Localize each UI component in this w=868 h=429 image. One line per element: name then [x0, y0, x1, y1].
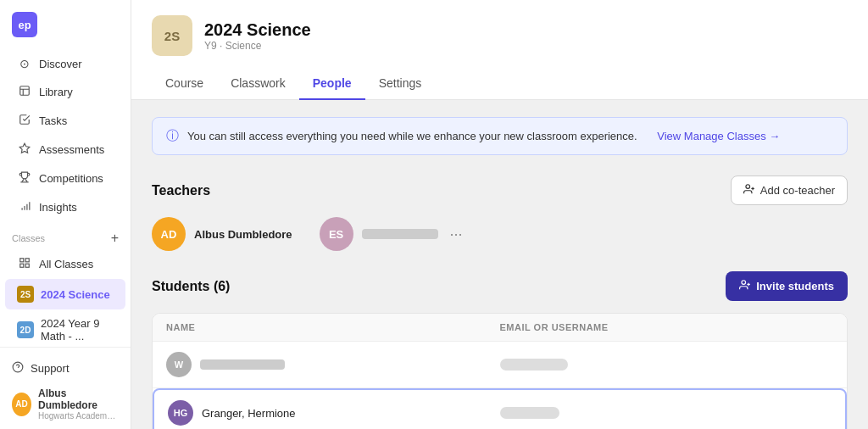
students-section-header: Students (6) Invite students	[152, 271, 848, 301]
teacher-name-blurred	[362, 229, 438, 239]
page-body: ⓘ You can still access everything you ne…	[131, 100, 868, 429]
sidebar-item-discover[interactable]: ⊙ Discover	[5, 50, 125, 77]
add-co-teacher-button[interactable]: Add co-teacher	[731, 176, 848, 205]
sidebar-navigation: ⊙ Discover Library Tasks Assessments C	[0, 46, 131, 347]
sidebar-item-label: Library	[39, 86, 73, 98]
main-content: 2S 2024 Science Y9 · Science Course Clas…	[131, 0, 868, 429]
support-label: Support	[31, 362, 70, 375]
class-title-group: 2024 Science Y9 · Science	[204, 20, 311, 52]
teacher-card-es: ES ···	[320, 217, 466, 251]
table-row: HG Granger, Hermione	[153, 388, 847, 429]
teachers-section: Teachers Add co-teacher AD Albus Dumbled…	[152, 176, 848, 251]
tab-settings[interactable]: Settings	[365, 68, 436, 100]
student-email-blurred	[500, 359, 568, 370]
sidebar-item-label: 2024 Year 9 Math - ...	[41, 317, 114, 343]
add-co-teacher-label: Add co-teacher	[760, 184, 835, 197]
table-row: W	[153, 342, 847, 388]
teacher-avatar-es: ES	[320, 217, 353, 251]
table-header: NAME EMAIL OR USERNAME	[153, 314, 847, 342]
col-name-header: NAME	[166, 322, 500, 332]
support-icon	[12, 361, 24, 376]
student-name-blurred	[200, 359, 285, 370]
user-info: Albus Dumbledore Hogwarts Academy, Qu...	[38, 387, 119, 421]
all-classes-icon	[17, 257, 32, 271]
teacher-name-ad: Albus Dumbledore	[194, 228, 292, 241]
library-icon	[17, 85, 32, 99]
teachers-section-title: Teachers	[152, 183, 210, 198]
sidebar-item-2024-science[interactable]: 2S 2024 Science	[5, 279, 125, 309]
svg-point-8	[746, 185, 750, 189]
student-name: Granger, Hermione	[202, 407, 296, 420]
user-school: Hogwarts Academy, Qu...	[38, 411, 119, 421]
tab-people[interactable]: People	[299, 68, 365, 100]
sidebar: ep ⊙ Discover Library Tasks Assessments	[0, 0, 131, 429]
sidebar-item-label: Assessments	[39, 143, 104, 156]
teacher-card-ad: AD Albus Dumbledore	[152, 217, 292, 251]
tab-course[interactable]: Course	[152, 68, 217, 100]
student-avatar-hg: HG	[168, 400, 193, 426]
class-header-top: 2S 2024 Science Y9 · Science	[152, 15, 848, 56]
svg-rect-3	[25, 259, 29, 262]
svg-point-11	[742, 281, 746, 285]
classes-section-header: Classes +	[0, 222, 131, 249]
svg-rect-0	[20, 86, 30, 96]
class-header: 2S 2024 Science Y9 · Science Course Clas…	[131, 0, 868, 100]
student-name-cell: W	[166, 352, 500, 377]
svg-rect-5	[25, 264, 29, 267]
sidebar-item-label: Discover	[39, 58, 82, 70]
class-tabs: Course Classwork People Settings	[152, 68, 848, 99]
class-icon: 2S	[152, 15, 192, 56]
class-color-indicator: 2D	[17, 321, 34, 338]
app-logo: ep	[12, 12, 37, 37]
teachers-row: AD Albus Dumbledore ES ···	[152, 217, 848, 251]
class-color-indicator: 2S	[17, 286, 34, 303]
sidebar-item-library[interactable]: Library	[5, 78, 125, 106]
add-teacher-icon	[743, 183, 755, 198]
sidebar-item-label: Competitions	[39, 172, 103, 185]
svg-marker-1	[19, 143, 30, 153]
competitions-icon	[17, 171, 32, 186]
sidebar-footer: Support AD Albus Dumbledore Hogwarts Aca…	[0, 347, 131, 429]
support-link[interactable]: Support	[12, 356, 119, 381]
student-avatar: W	[166, 352, 192, 377]
app-logo-area: ep	[0, 0, 131, 46]
discover-icon: ⊙	[17, 57, 32, 70]
sidebar-item-competitions[interactable]: Competitions	[5, 164, 125, 192]
sidebar-item-insights[interactable]: Insights	[5, 193, 125, 221]
info-icon: ⓘ	[166, 128, 179, 144]
sidebar-item-2024-year9-math[interactable]: 2D 2024 Year 9 Math - ...	[5, 310, 125, 347]
assessments-icon	[17, 142, 32, 157]
teacher-avatar-ad: AD	[152, 217, 186, 251]
sidebar-item-label: All Classes	[39, 258, 93, 270]
class-title: 2024 Science	[204, 20, 311, 40]
students-section: Students (6) Invite students NAME EMAIL …	[152, 271, 848, 429]
students-table: NAME EMAIL OR USERNAME W HG Granger, Her…	[152, 313, 848, 429]
user-avatar: AD	[12, 393, 31, 416]
add-class-button[interactable]: +	[111, 231, 119, 246]
manage-classes-link[interactable]: View Manage Classes →	[657, 130, 780, 142]
info-banner: ⓘ You can still access everything you ne…	[152, 117, 848, 155]
teachers-section-header: Teachers Add co-teacher	[152, 176, 848, 205]
class-subtitle: Y9 · Science	[204, 40, 311, 52]
sidebar-item-label: 2024 Science	[41, 288, 110, 301]
sidebar-item-label: Tasks	[39, 114, 67, 127]
student-name-cell: HG Granger, Hermione	[168, 400, 500, 426]
tab-classwork[interactable]: Classwork	[217, 68, 299, 100]
classes-label: Classes	[12, 233, 45, 243]
svg-rect-2	[20, 259, 24, 262]
teacher-more-button[interactable]: ···	[447, 222, 466, 247]
sidebar-item-label: Insights	[39, 201, 77, 214]
invite-icon	[739, 279, 751, 293]
student-email-blurred	[500, 407, 559, 419]
user-name: Albus Dumbledore	[38, 387, 119, 411]
invite-students-label: Invite students	[756, 280, 834, 292]
sidebar-item-all-classes[interactable]: All Classes	[5, 250, 125, 278]
user-profile-area: AD Albus Dumbledore Hogwarts Academy, Qu…	[12, 381, 119, 421]
invite-students-button[interactable]: Invite students	[726, 271, 848, 301]
col-email-header: EMAIL OR USERNAME	[500, 322, 834, 332]
sidebar-item-assessments[interactable]: Assessments	[5, 136, 125, 164]
tasks-icon	[17, 114, 32, 128]
banner-text: You can still access everything you need…	[187, 130, 637, 142]
insights-icon	[17, 200, 32, 214]
sidebar-item-tasks[interactable]: Tasks	[5, 107, 125, 135]
